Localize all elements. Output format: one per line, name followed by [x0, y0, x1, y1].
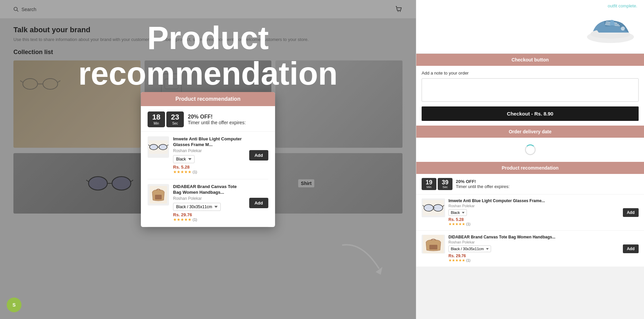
- sidebar-product-1-vendor: Roshan Polekar: [448, 204, 620, 208]
- sidebar-rec-section-header: Product recommendation: [416, 162, 644, 174]
- modal-header: Product recommendation: [141, 92, 275, 106]
- product-1-add-button[interactable]: Add: [249, 150, 268, 161]
- product-2-stars: ★★★★★ (1): [173, 217, 245, 222]
- sidebar-product-2-stars: ★★★★★ (1): [448, 258, 620, 263]
- sidebar-product-1-thumb: [422, 198, 445, 217]
- sidebar-product-1-add-button[interactable]: Add: [623, 208, 639, 217]
- product-2-thumb: [148, 184, 169, 206]
- sidebar-product-2-name: DIDABEAR Brand Canvas Tote Bag Women Han…: [448, 235, 620, 239]
- note-label: Add a note to your order: [422, 71, 639, 76]
- product-2-variant-select[interactable]: Black / 30x35x11cm: [173, 203, 221, 211]
- sidebar-product-2-add-button[interactable]: Add: [623, 244, 639, 253]
- shoe-image: [584, 5, 637, 49]
- modal-product-row-1: Imwete Anti Blue Light Computer Glasses …: [148, 132, 268, 179]
- checkout-section-content: Add a note to your order Checkout - Rs. …: [416, 66, 644, 126]
- main-area: Search Product recommendation Talk about…: [0, 0, 416, 319]
- timer-min-label: Min: [151, 122, 162, 125]
- timer-sec-label: Sec: [170, 122, 180, 125]
- sidebar-timer-sec-label: Sec: [440, 185, 450, 189]
- delivery-section-header: Order delivery date: [416, 126, 644, 138]
- sidebar-product-2-thumb: [422, 235, 445, 254]
- timer-minutes-box: 18 Min: [148, 111, 165, 127]
- product-2-info: DIDABEAR Brand Canvas Tote Bag Women Han…: [173, 184, 245, 222]
- svg-point-32: [424, 204, 433, 211]
- sidebar-timer-sec-box: 39 Sec: [438, 178, 452, 190]
- product-1-thumb: [148, 136, 169, 158]
- checkout-button[interactable]: Checkout - Rs. 8.90: [422, 106, 639, 121]
- sidebar-product-1-info: Imwete Anti Blue Light Computer Glasses …: [448, 198, 620, 226]
- modal-timer: 18 Min 23 Sec 20% OFF! Timer until the o…: [141, 106, 275, 132]
- product-1-vendor: Roshan Polekar: [173, 148, 245, 153]
- sidebar-product-2-vendor: Roshan Polekar: [448, 240, 620, 244]
- timer-boxes: 18 Min 23 Sec: [148, 111, 184, 127]
- product-1-info: Imwete Anti Blue Light Computer Glasses …: [173, 136, 245, 174]
- shopify-badge[interactable]: S: [7, 298, 21, 312]
- sidebar-product-2-info: DIDABEAR Brand Canvas Tote Bag Women Han…: [448, 235, 620, 263]
- sidebar-product-1-variant-select[interactable]: Black: [448, 209, 467, 216]
- modal-body: Imwete Anti Blue Light Computer Glasses …: [141, 132, 275, 227]
- timer-text: 20% OFF! Timer until the offer expires:: [188, 114, 246, 125]
- sidebar-timer-boxes: 19 Min 39 Sec: [422, 178, 452, 190]
- sidebar-product-2-price: Rs. 29.76: [448, 254, 620, 258]
- sidebar-product-1-stars: ★★★★★ (1): [448, 222, 620, 226]
- sidebar-product-1-name: Imwete Anti Blue Light Computer Glasses …: [448, 198, 620, 203]
- outfit-complete-text: outfit complete.: [608, 3, 637, 9]
- sidebar-product-row-2: DIDABEAR Brand Canvas Tote Bag Women Han…: [416, 231, 644, 267]
- svg-text:S: S: [12, 302, 15, 308]
- expires-text: Timer until the offer expires:: [188, 120, 246, 125]
- product-1-stars: ★★★★★ (1): [173, 170, 245, 174]
- right-sidebar: outfit complete.: [416, 0, 644, 319]
- product-2-name: DIDABEAR Brand Canvas Tote Bag Women Han…: [173, 184, 245, 195]
- sidebar-offer-text: 20% OFF!: [456, 179, 476, 184]
- shoe-area: outfit complete.: [416, 0, 644, 54]
- svg-point-19: [150, 144, 158, 150]
- sidebar-product-row-1: Imwete Anti Blue Light Computer Glasses …: [416, 194, 644, 231]
- timer-seconds-box: 23 Sec: [166, 111, 184, 127]
- timer-seconds: 23: [170, 113, 180, 121]
- timer-minutes: 18: [151, 113, 162, 121]
- modal-product-row-2: DIDABEAR Brand Canvas Tote Bag Women Han…: [148, 179, 268, 227]
- loading-spinner: [525, 144, 536, 155]
- svg-point-20: [159, 144, 167, 150]
- product-2-price: Rs. 29.76: [173, 212, 245, 217]
- svg-point-33: [433, 204, 443, 211]
- sidebar-timer-text: 20% OFF! Timer until the offer expires:: [456, 179, 509, 189]
- sidebar-rec-timer: 19 Min 39 Sec 20% OFF! Timer until the o…: [416, 174, 644, 194]
- offer-text: 20% OFF!: [188, 114, 213, 120]
- product-1-name: Imwete Anti Blue Light Computer Glasses …: [173, 136, 245, 148]
- product-2-vendor: Roshan Polekar: [173, 196, 245, 201]
- order-note-textarea[interactable]: [422, 78, 639, 102]
- product-1-price: Rs. 5.28: [173, 165, 245, 170]
- product-recommendation-modal: Product recommendation 18 Min 23 Sec: [141, 92, 275, 227]
- svg-rect-25: [155, 195, 162, 199]
- checkout-section-header: Checkout button: [416, 54, 644, 66]
- delivery-section-content: [416, 138, 644, 162]
- product-2-add-button[interactable]: Add: [249, 198, 268, 208]
- sidebar-timer-min: 19: [424, 179, 434, 185]
- sidebar-timer-sec: 39: [440, 179, 450, 185]
- product-1-variant-select[interactable]: Black: [173, 155, 195, 163]
- sidebar-timer-min-box: 19 Min: [422, 178, 436, 190]
- modal-overlay: Product recommendation 18 Min 23 Sec: [0, 0, 416, 319]
- sidebar-expires-text: Timer until the offer expires:: [456, 184, 509, 189]
- svg-rect-38: [429, 245, 437, 249]
- sidebar-product-1-price: Rs. 5.28: [448, 217, 620, 222]
- svg-point-30: [621, 27, 625, 31]
- sidebar-timer-min-label: Min: [424, 185, 434, 189]
- sidebar-product-2-variant-select[interactable]: Black / 30x35x11cm: [448, 245, 491, 252]
